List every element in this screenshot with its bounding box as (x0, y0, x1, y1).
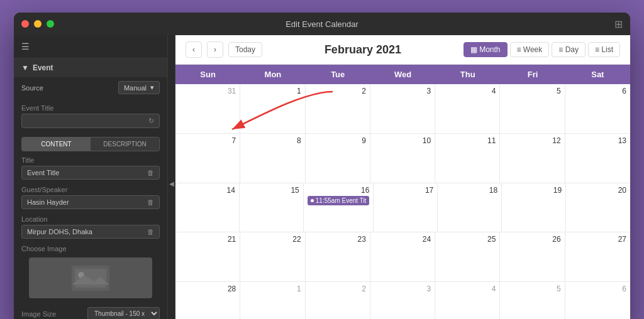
title-value[interactable]: Event Title 🗑 (21, 166, 160, 180)
cell-number: 11 (439, 136, 496, 145)
cal-cell[interactable]: 11 (435, 134, 500, 183)
cal-cell[interactable]: 22 (240, 232, 305, 281)
cal-cell[interactable]: 2 (306, 282, 370, 319)
collapse-handle[interactable]: ◀ (168, 35, 175, 319)
cell-number: 21 (179, 235, 236, 244)
grid-icon[interactable]: ⊞ (614, 18, 623, 30)
event-pill[interactable]: 11:55am Event Tit (308, 196, 370, 205)
cal-cell[interactable]: 6 (565, 84, 630, 133)
cell-number: 23 (309, 235, 366, 244)
tab-content[interactable]: CONTENT (22, 138, 91, 151)
cell-number: 25 (439, 235, 496, 244)
cal-cell[interactable]: 20 (566, 183, 630, 232)
cal-cell[interactable]: 8 (240, 134, 305, 183)
view-week-button[interactable]: ≡ Week (510, 42, 550, 57)
location-value[interactable]: Mirpur DOHS, Dhaka 🗑 (21, 225, 160, 239)
sidebar: ☰ ▼ Event Source Manual ▾ Event Title ↻ (14, 35, 168, 319)
cal-cell[interactable]: 4 (435, 282, 500, 319)
content-description-tabs: CONTENT DESCRIPTION (21, 137, 160, 151)
event-label: 11:55am Event Tit (316, 197, 367, 204)
view-day-button[interactable]: ≡ Day (552, 42, 586, 57)
cell-number: 12 (504, 136, 560, 145)
tab-description[interactable]: DESCRIPTION (91, 138, 159, 151)
cal-cell[interactable]: 17 (374, 183, 438, 232)
cal-cell[interactable]: 4 (435, 84, 500, 133)
cal-cell[interactable]: 28 (175, 282, 240, 319)
source-label: Source (21, 84, 43, 92)
cal-cell[interactable]: 27 (565, 232, 630, 281)
cell-number: 17 (377, 186, 433, 195)
view-list-button[interactable]: ≡ List (588, 42, 620, 57)
view-buttons: ▦ Month ≡ Week ≡ Day ≡ List (464, 42, 620, 57)
main-layout: ☰ ▼ Event Source Manual ▾ Event Title ↻ (14, 35, 630, 319)
guest-label: Guest/Speaker (21, 186, 160, 193)
cell-number: 24 (374, 235, 431, 244)
cal-cell[interactable]: 15 (240, 183, 304, 232)
minimize-button[interactable] (34, 20, 42, 28)
trash-icon-location[interactable]: 🗑 (147, 228, 154, 235)
calendar-grid: Sun Mon Tue Wed Thu Fri Sat 311234567891… (175, 65, 630, 319)
event-title-input[interactable]: ↻ (21, 114, 160, 128)
cal-cell[interactable]: 21 (175, 232, 240, 281)
cal-cell[interactable]: 23 (306, 232, 370, 281)
cal-cell[interactable]: 9 (306, 134, 370, 183)
cal-cell[interactable]: 6 (565, 282, 630, 319)
cal-cell[interactable]: 7 (175, 134, 240, 183)
cal-cell[interactable]: 18 (438, 183, 502, 232)
cal-week-1: 78910111213 (175, 134, 630, 183)
choose-image-group: Choose Image (14, 244, 167, 305)
cal-cell[interactable]: 25 (435, 232, 500, 281)
cell-number: 20 (570, 186, 626, 195)
cal-cell[interactable]: 1 (240, 282, 305, 319)
cal-cell[interactable]: 3 (370, 282, 435, 319)
event-section-header[interactable]: ▼ Event (14, 58, 167, 77)
refresh-icon: ↻ (148, 117, 154, 125)
cal-cell[interactable]: 19 (502, 183, 566, 232)
image-placeholder[interactable] (29, 257, 152, 298)
cal-cell[interactable]: 2 (306, 84, 370, 133)
titlebar: Edit Event Calendar ⊞ (14, 13, 630, 35)
cal-cell[interactable]: 26 (500, 232, 565, 281)
next-button[interactable]: › (207, 41, 223, 58)
window-title: Edit Event Calendar (286, 19, 358, 29)
cal-cell[interactable]: 5 (500, 84, 565, 133)
cell-number: 26 (504, 235, 560, 244)
cal-cell[interactable]: 5 (500, 282, 565, 319)
cal-week-2: 14151611:55am Event Tit17181920 (175, 183, 630, 233)
app-window: Edit Event Calendar ⊞ ☰ ▼ Event Source M… (14, 13, 630, 319)
cal-cell[interactable]: 31 (175, 84, 240, 133)
today-button[interactable]: Today (228, 42, 262, 57)
cell-number: 31 (179, 87, 236, 95)
cal-cell[interactable]: 14 (175, 183, 240, 232)
calendar-title: February 2021 (267, 43, 458, 57)
cal-cell[interactable]: 3 (370, 84, 435, 133)
image-size-select[interactable]: Thumbnail - 150 x (87, 307, 160, 319)
cal-week-3: 21222324252627 (175, 232, 630, 282)
guest-value[interactable]: Hasin Hayder 🗑 (21, 195, 160, 209)
location-label: Location (21, 215, 160, 223)
choose-image-label: Choose Image (21, 245, 160, 252)
cal-cell[interactable]: 1 (240, 84, 305, 133)
cell-number: 5 (504, 87, 560, 95)
calendar-body: 311234567891011121314151611:55am Event T… (175, 84, 630, 319)
hamburger-icon[interactable]: ☰ (21, 41, 30, 51)
day-header-mon: Mon (240, 65, 305, 84)
calendar-area: ‹ › Today February 2021 ▦ Month ≡ Week ≡… (175, 35, 630, 319)
close-button[interactable] (21, 20, 29, 28)
cell-number: 6 (569, 87, 626, 95)
trash-icon[interactable]: 🗑 (147, 169, 154, 176)
prev-button[interactable]: ‹ (186, 41, 202, 58)
cal-cell[interactable]: 13 (565, 134, 630, 183)
cal-cell[interactable]: 24 (370, 232, 435, 281)
cell-number: 4 (439, 284, 496, 293)
trash-icon-guest[interactable]: 🗑 (147, 198, 154, 206)
day-header-fri: Fri (500, 65, 565, 84)
maximize-button[interactable] (47, 20, 54, 28)
cal-cell[interactable]: 1611:55am Event Tit (304, 183, 374, 232)
cal-cell[interactable]: 10 (370, 134, 435, 183)
source-select[interactable]: Manual ▾ (118, 81, 160, 94)
view-month-button[interactable]: ▦ Month (464, 42, 508, 57)
calendar-header: ‹ › Today February 2021 ▦ Month ≡ Week ≡… (175, 35, 630, 65)
cal-cell[interactable]: 12 (500, 134, 565, 183)
cell-number: 14 (179, 186, 235, 195)
